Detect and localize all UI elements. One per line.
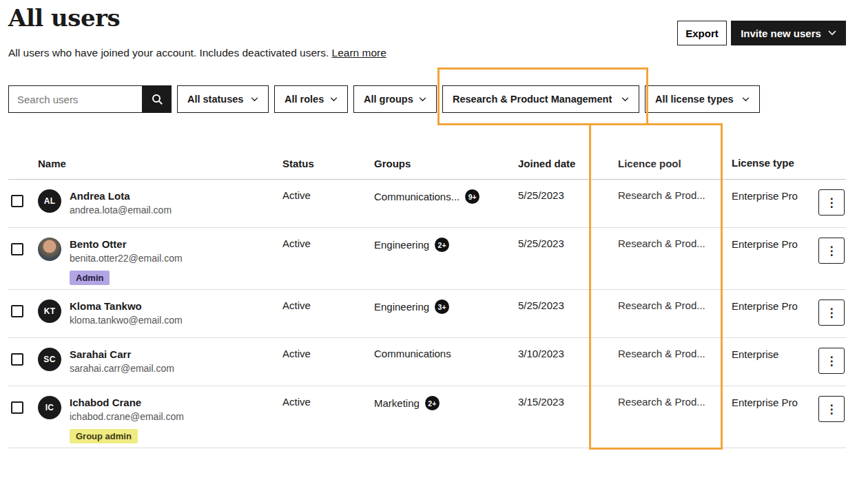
avatar: KT xyxy=(38,300,61,323)
group-count-badge[interactable]: 3+ xyxy=(435,300,449,314)
avatar: AL xyxy=(38,189,61,213)
user-name: Ichabod Crane xyxy=(70,396,184,410)
table-row: Bento Otter benita.otter22@email.com Adm… xyxy=(8,228,846,290)
page-subtitle: All users who have joined your account. … xyxy=(8,47,386,59)
filter-all-groups[interactable]: All groups xyxy=(353,85,437,113)
group-name: Communications... xyxy=(374,191,460,202)
licence-pool-cell: Research & Prod... xyxy=(618,238,732,249)
column-header-licence-pool: Licence pool xyxy=(618,158,732,169)
licence-pool-cell: Research & Prod... xyxy=(618,396,732,408)
joined-date-cell: 3/15/2023 xyxy=(518,396,618,408)
avatar: SC xyxy=(38,348,61,371)
chevron-down-icon xyxy=(330,97,338,102)
group-name: Marketing xyxy=(374,397,420,409)
licence-pool-cell: Research & Prod... xyxy=(618,348,732,359)
user-name: Kloma Tankwo xyxy=(70,300,183,313)
table-header-row: Name Status Groups Joined date Licence p… xyxy=(8,148,846,180)
kebab-icon: ⋮ xyxy=(826,306,838,320)
group-name: Engineering xyxy=(374,239,429,251)
group-admin-badge: Group admin xyxy=(70,429,138,443)
groups-cell: Marketing 2+ xyxy=(374,396,518,410)
group-name: Communications xyxy=(374,348,451,359)
joined-date-cell: 5/25/2023 xyxy=(518,238,618,249)
filter-license-types[interactable]: All license types xyxy=(645,85,760,113)
table-row: IC Ichabod Crane ichabod.crane@email.com… xyxy=(8,386,846,448)
page-title: All users xyxy=(8,4,120,32)
table-row: AL Andrea Lota andrea.lota@email.com Act… xyxy=(8,180,846,228)
joined-date-cell: 3/10/2023 xyxy=(518,348,618,359)
group-count-badge[interactable]: 9+ xyxy=(465,189,479,204)
chevron-down-icon xyxy=(251,97,258,102)
subtitle-text: All users who have joined your account. … xyxy=(8,47,329,59)
chevron-down-icon xyxy=(828,30,836,36)
user-email: benita.otter22@email.com xyxy=(70,251,183,266)
column-header-joined-date: Joined date xyxy=(518,158,618,169)
license-type-cell: Enterprise Pro xyxy=(732,238,818,251)
row-actions-button[interactable]: ⋮ xyxy=(818,348,845,374)
user-email: andrea.lota@email.com xyxy=(70,203,172,218)
groups-cell: Communications xyxy=(374,348,518,359)
export-button[interactable]: Export xyxy=(677,21,727,45)
user-email: ichabod.crane@email.com xyxy=(70,410,184,424)
filter-all-statuses-label: All statuses xyxy=(187,94,243,105)
chevron-down-icon xyxy=(419,97,426,102)
row-actions-button[interactable]: ⋮ xyxy=(818,396,845,422)
row-checkbox[interactable] xyxy=(11,305,23,317)
row-checkbox[interactable] xyxy=(11,353,23,366)
filter-all-statuses[interactable]: All statuses xyxy=(177,85,269,113)
status-cell: Active xyxy=(282,238,374,249)
filter-licence-pool[interactable]: Research & Product Management xyxy=(442,85,639,113)
kebab-icon: ⋮ xyxy=(826,244,838,258)
groups-cell: Engineering 3+ xyxy=(374,300,518,314)
user-name: Andrea Lota xyxy=(70,189,172,203)
invite-new-users-button[interactable]: Invite new users xyxy=(731,21,846,45)
row-actions-button[interactable]: ⋮ xyxy=(818,300,845,326)
kebab-icon: ⋮ xyxy=(826,354,838,368)
kebab-icon: ⋮ xyxy=(826,196,838,210)
user-name: Sarahai Carr xyxy=(70,348,174,361)
search-icon xyxy=(152,94,163,105)
filter-licence-pool-label: Research & Product Management xyxy=(453,94,612,105)
column-header-license-type: License type xyxy=(732,156,818,170)
row-checkbox[interactable] xyxy=(11,195,23,207)
column-header-name: Name xyxy=(38,158,282,169)
filter-license-types-label: All license types xyxy=(655,94,734,105)
avatar-photo xyxy=(38,238,61,261)
user-email: kloma.tankwo@email.com xyxy=(70,313,183,328)
chevron-down-icon xyxy=(621,97,629,102)
admin-badge: Admin xyxy=(70,271,110,285)
group-count-badge[interactable]: 2+ xyxy=(425,396,440,410)
license-type-cell: Enterprise Pro xyxy=(732,189,818,203)
users-table: Name Status Groups Joined date Licence p… xyxy=(8,148,846,448)
chevron-down-icon xyxy=(742,97,750,102)
groups-cell: Communications... 9+ xyxy=(374,189,518,204)
column-header-status: Status xyxy=(282,158,374,169)
group-name: Engineering xyxy=(374,301,429,313)
row-checkbox[interactable] xyxy=(11,243,23,255)
all-users-page: All users All users who have joined your… xyxy=(0,0,857,504)
search-button[interactable] xyxy=(143,85,172,113)
learn-more-link[interactable]: Learn more xyxy=(332,47,386,59)
filter-all-roles[interactable]: All roles xyxy=(274,85,348,113)
status-cell: Active xyxy=(282,348,374,359)
license-type-cell: Enterprise Pro xyxy=(732,396,818,410)
status-cell: Active xyxy=(282,396,374,408)
search-input[interactable] xyxy=(8,85,143,113)
groups-cell: Engineering 2+ xyxy=(374,238,518,252)
column-header-groups: Groups xyxy=(374,158,518,169)
row-checkbox[interactable] xyxy=(11,401,23,414)
filter-all-roles-label: All roles xyxy=(285,94,324,105)
row-actions-button[interactable]: ⋮ xyxy=(818,238,845,264)
license-type-cell: Enterprise xyxy=(732,348,818,361)
joined-date-cell: 5/25/2023 xyxy=(518,300,618,311)
row-actions-button[interactable]: ⋮ xyxy=(818,189,845,216)
table-row: SC Sarahai Carr sarahai.carr@email.com A… xyxy=(8,338,846,386)
status-cell: Active xyxy=(282,300,374,311)
table-row: KT Kloma Tankwo kloma.tankwo@email.com A… xyxy=(8,290,846,338)
license-type-cell: Enterprise Pro xyxy=(732,300,818,313)
licence-pool-cell: Research & Prod... xyxy=(618,300,732,311)
filter-all-groups-label: All groups xyxy=(364,94,413,105)
group-count-badge[interactable]: 2+ xyxy=(435,238,449,252)
licence-pool-cell: Research & Prod... xyxy=(618,189,732,201)
user-name: Bento Otter xyxy=(70,238,183,251)
